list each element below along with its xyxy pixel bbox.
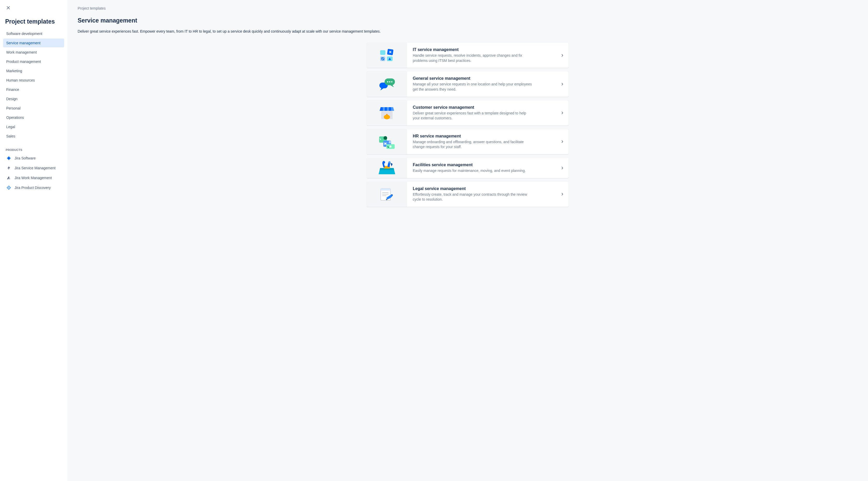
template-card-body: Facilities service managementEasily mana…: [407, 158, 556, 178]
template-card-title: Facilities service management: [413, 162, 551, 167]
sidebar-category-item[interactable]: Design: [3, 94, 64, 103]
template-illustration: [367, 158, 407, 178]
template-card-hr-service-management[interactable]: HR service managementManage onboarding a…: [367, 129, 568, 154]
template-card-description: Handle service requests, resolve inciden…: [413, 53, 532, 63]
template-card-title: Legal service management: [413, 186, 551, 191]
template-illustration: [367, 43, 407, 68]
svg-point-26: [382, 161, 385, 163]
category-list: Software developmentService managementWo…: [0, 29, 67, 141]
chevron-right-icon: [556, 129, 568, 154]
close-button[interactable]: [4, 4, 12, 12]
template-card-title: IT service management: [413, 48, 551, 52]
sidebar-category-item[interactable]: Human resources: [3, 76, 64, 85]
product-icon: [6, 185, 11, 190]
template-illustration: [367, 71, 407, 96]
sidebar-product-item[interactable]: Jira Product Discovery: [3, 183, 64, 192]
product-label: Jira Service Management: [14, 166, 56, 170]
svg-point-27: [389, 161, 391, 163]
svg-rect-16: [386, 114, 388, 115]
page-description: Deliver great service experiences fast. …: [78, 29, 858, 34]
chevron-right-icon: [556, 182, 568, 207]
template-card-title: General service management: [413, 76, 551, 81]
sidebar-category-item[interactable]: Work management: [3, 48, 64, 57]
sidebar-category-item[interactable]: Legal: [3, 122, 64, 131]
sidebar-category-item[interactable]: Personal: [3, 104, 64, 113]
template-card-it-service-management[interactable]: IT service managementHandle service requ…: [367, 43, 568, 68]
template-cards: IT service managementHandle service requ…: [367, 43, 568, 207]
sidebar-product-item[interactable]: Jira Service Management: [3, 163, 64, 173]
svg-rect-3: [380, 50, 385, 55]
template-card-body: General service managementManage all you…: [407, 71, 556, 96]
sidebar-product-item[interactable]: Jira Software: [3, 153, 64, 163]
products-section-label: PRODUCTS: [0, 141, 67, 153]
page-title: Service management: [78, 17, 858, 24]
template-illustration: [367, 182, 407, 207]
template-card-body: IT service managementHandle service requ…: [407, 43, 556, 68]
svg-rect-29: [381, 188, 391, 190]
sidebar-category-item[interactable]: Marketing: [3, 66, 64, 75]
chevron-right-icon: [556, 158, 568, 178]
sidebar-category-item[interactable]: Product management: [3, 57, 64, 66]
sidebar-title: Project templates: [0, 12, 67, 29]
template-card-body: HR service managementManage onboarding a…: [407, 129, 556, 154]
sidebar-category-item[interactable]: Service management: [3, 38, 64, 48]
sidebar-category-item[interactable]: Software development: [3, 29, 64, 38]
product-label: Jira Work Management: [14, 176, 52, 180]
chevron-right-icon: [556, 100, 568, 125]
sidebar-category-item[interactable]: Operations: [3, 113, 64, 122]
breadcrumb[interactable]: Project templates: [78, 6, 858, 10]
template-card-legal-service-management[interactable]: Legal service managementEffortlessly cre…: [367, 182, 568, 207]
sidebar: Project templates Software developmentSe…: [0, 0, 67, 481]
template-illustration: [367, 100, 407, 125]
product-label: Jira Product Discovery: [14, 186, 51, 190]
template-illustration: [367, 129, 407, 154]
svg-point-11: [387, 81, 389, 83]
svg-point-2: [8, 187, 9, 188]
sidebar-category-item[interactable]: Sales: [3, 132, 64, 141]
template-card-description: Manage onboarding and offboarding, answe…: [413, 140, 532, 150]
main-content: Project templates Service management Del…: [67, 0, 868, 481]
template-card-title: Customer service management: [413, 105, 551, 110]
product-icon: [6, 166, 11, 171]
chevron-right-icon: [556, 71, 568, 96]
svg-point-13: [391, 81, 393, 83]
close-icon: [6, 5, 11, 10]
svg-point-15: [384, 115, 390, 119]
svg-point-23: [390, 146, 392, 148]
product-icon: [6, 156, 11, 161]
product-icon: [6, 175, 11, 180]
svg-point-18: [383, 136, 387, 140]
template-card-title: HR service management: [413, 134, 551, 139]
chevron-right-icon: [556, 43, 568, 68]
template-card-customer-service-management[interactable]: Customer service managementDeliver great…: [367, 100, 568, 125]
sidebar-product-item[interactable]: Jira Work Management: [3, 173, 64, 182]
template-card-body: Customer service managementDeliver great…: [407, 100, 556, 125]
svg-point-21: [389, 141, 391, 143]
svg-point-12: [389, 81, 391, 83]
sidebar-category-item[interactable]: Finance: [3, 85, 64, 94]
template-card-description: Manage all your service requests in one …: [413, 82, 532, 92]
template-card-description: Easily manage requests for maintenance, …: [413, 168, 532, 174]
product-label: Jira Software: [14, 156, 36, 160]
template-card-description: Deliver great service experiences fast w…: [413, 111, 532, 121]
template-card-description: Effortlessly create, track and manage yo…: [413, 192, 532, 202]
template-card-body: Legal service managementEffortlessly cre…: [407, 182, 556, 207]
template-card-facilities-service-management[interactable]: Facilities service managementEasily mana…: [367, 158, 568, 178]
template-card-general-service-management[interactable]: General service managementManage all you…: [367, 71, 568, 96]
product-list: Jira SoftwareJira Service ManagementJira…: [0, 153, 67, 192]
